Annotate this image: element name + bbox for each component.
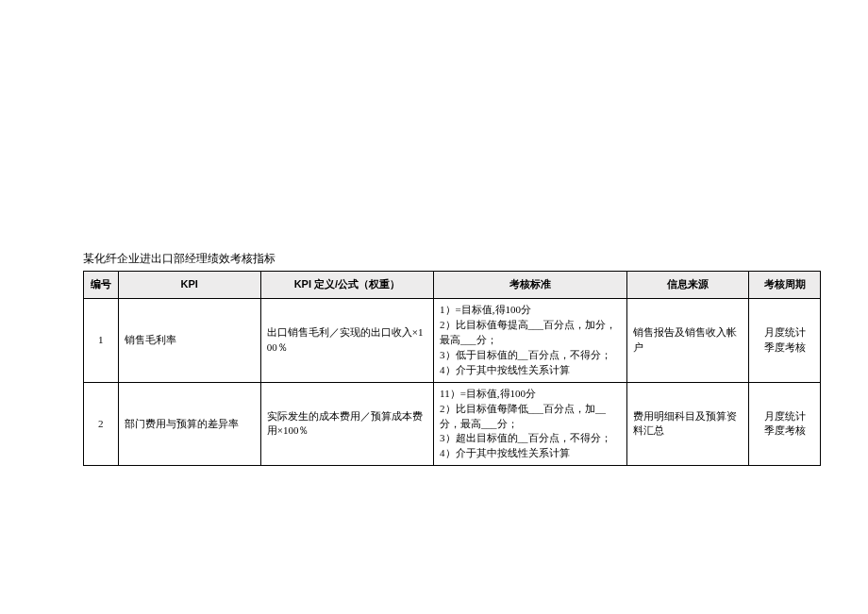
cell-cycle: 月度统计 季度考核 [749, 298, 821, 382]
cell-no: 1 [84, 298, 119, 382]
cell-def: 实际发生的成本费用／预算成本费用×100％ [260, 382, 433, 466]
header-def: KPI 定义/公式（权重） [260, 272, 433, 299]
header-no: 编号 [84, 272, 119, 299]
cell-kpi: 部门费用与预算的差异率 [118, 382, 260, 466]
cell-def: 出口销售毛利／实现的出口收入×100％ [260, 298, 433, 382]
header-std: 考核标准 [434, 272, 627, 299]
cell-src: 费用明细科目及预算资料汇总 [627, 382, 749, 466]
table-header-row: 编号 KPI KPI 定义/公式（权重） 考核标准 信息来源 考核周期 [84, 272, 821, 299]
cell-src: 销售报告及销售收入帐户 [627, 298, 749, 382]
header-kpi: KPI [118, 272, 260, 299]
table-row: 2 部门费用与预算的差异率 实际发生的成本费用／预算成本费用×100％ 11）=… [84, 382, 821, 466]
table-row: 1 销售毛利率 出口销售毛利／实现的出口收入×100％ 1）=目标值,得100分… [84, 298, 821, 382]
cell-no: 2 [84, 382, 119, 466]
header-cycle: 考核周期 [749, 272, 821, 299]
document-content: 某化纤企业进出口部经理绩效考核指标 编号 KPI KPI 定义/公式（权重） 考… [83, 251, 821, 466]
cell-std: 11）=目标值,得100分 2）比目标值每降低___百分点，加__分，最高___… [434, 382, 627, 466]
cell-std: 1）=目标值,得100分 2）比目标值每提高___百分点，加分，最高___分； … [434, 298, 627, 382]
table-title: 某化纤企业进出口部经理绩效考核指标 [83, 251, 821, 267]
cell-kpi: 销售毛利率 [118, 298, 260, 382]
kpi-table: 编号 KPI KPI 定义/公式（权重） 考核标准 信息来源 考核周期 1 销售… [83, 271, 821, 466]
cell-cycle: 月度统计 季度考核 [749, 382, 821, 466]
header-src: 信息来源 [627, 272, 749, 299]
